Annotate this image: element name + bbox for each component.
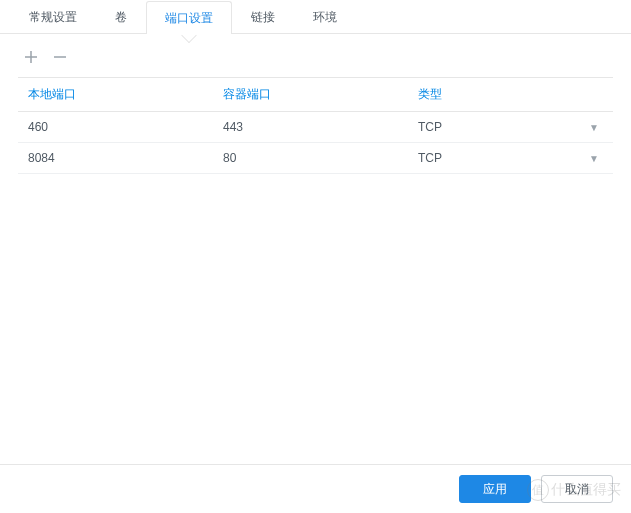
- cancel-button[interactable]: 取消: [541, 475, 613, 503]
- tabs-bar: 常规设置 卷 端口设置 链接 环境: [0, 0, 631, 34]
- footer: 应用 取消: [0, 464, 631, 513]
- toolbar: [0, 34, 631, 77]
- minus-icon: [51, 48, 69, 66]
- plus-icon: [22, 48, 40, 66]
- tab-links[interactable]: 链接: [232, 0, 294, 33]
- tab-general[interactable]: 常规设置: [10, 0, 96, 33]
- table-row[interactable]: 8084 80 TCP ▼: [18, 143, 613, 174]
- type-value: TCP: [418, 151, 442, 165]
- tab-port-settings[interactable]: 端口设置: [146, 1, 232, 34]
- col-type[interactable]: 类型: [408, 78, 613, 111]
- cell-container-port[interactable]: 443: [213, 112, 408, 142]
- table-row[interactable]: 460 443 TCP ▼: [18, 112, 613, 143]
- tab-volumes[interactable]: 卷: [96, 0, 146, 33]
- add-button[interactable]: [20, 46, 42, 68]
- cell-local-port[interactable]: 8084: [18, 143, 213, 173]
- col-container-port[interactable]: 容器端口: [213, 78, 408, 111]
- table-header: 本地端口 容器端口 类型: [18, 77, 613, 112]
- cell-local-port[interactable]: 460: [18, 112, 213, 142]
- apply-button[interactable]: 应用: [459, 475, 531, 503]
- tab-environment[interactable]: 环境: [294, 0, 356, 33]
- port-table: 本地端口 容器端口 类型 460 443 TCP ▼ 8084 80 TCP ▼: [18, 77, 613, 174]
- cell-type[interactable]: TCP ▼: [408, 143, 613, 173]
- cell-container-port[interactable]: 80: [213, 143, 408, 173]
- col-local-port[interactable]: 本地端口: [18, 78, 213, 111]
- remove-button[interactable]: [49, 46, 71, 68]
- type-value: TCP: [418, 120, 442, 134]
- cell-type[interactable]: TCP ▼: [408, 112, 613, 142]
- dropdown-caret-icon[interactable]: ▼: [589, 153, 599, 164]
- dropdown-caret-icon[interactable]: ▼: [589, 122, 599, 133]
